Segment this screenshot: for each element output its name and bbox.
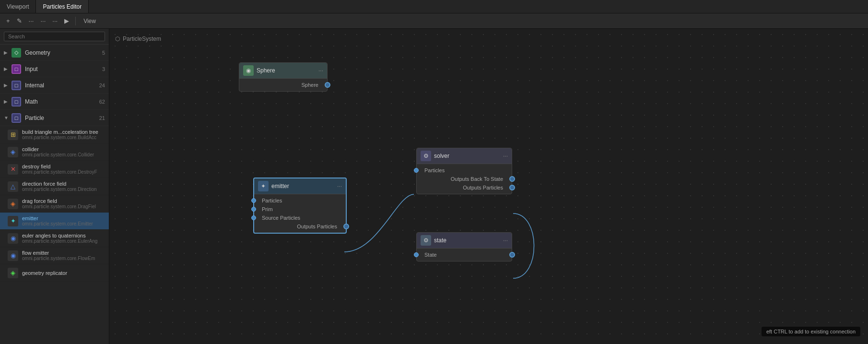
name-euler-angles: euler angles to quaternions bbox=[22, 233, 97, 238]
edit-button[interactable]: ✎ bbox=[14, 16, 24, 25]
tab-viewport[interactable]: Viewport bbox=[0, 0, 36, 13]
tab-particles-editor[interactable]: Particles Editor bbox=[36, 0, 89, 13]
emitter-title: emitter bbox=[271, 183, 337, 190]
icon-internal: □ bbox=[12, 81, 21, 90]
state-output-dot[interactable] bbox=[509, 252, 515, 258]
chevron-particle: ▼ bbox=[4, 115, 9, 120]
emitter-icon: ✦ bbox=[258, 181, 269, 191]
emitter-output-dot[interactable] bbox=[343, 224, 349, 229]
node-sphere[interactable]: ◉ Sphere ··· Sphere bbox=[239, 62, 328, 92]
chevron-geometry: ▶ bbox=[4, 50, 9, 55]
sphere-output-dot[interactable] bbox=[325, 82, 330, 88]
emitter-options[interactable]: ··· bbox=[337, 183, 342, 190]
more1-button[interactable]: ··· bbox=[26, 16, 36, 25]
ns-euler-angles: omni.particle.system.core.EulerAng bbox=[22, 238, 97, 244]
icon-build-triangle: ⊞ bbox=[8, 130, 18, 140]
count-math: 62 bbox=[99, 99, 105, 105]
item-collider[interactable]: ◈ collider omni.particle.system.core.Col… bbox=[0, 143, 109, 161]
name-collider: collider bbox=[22, 146, 94, 152]
icon-direction-force: △ bbox=[8, 181, 18, 192]
node-state[interactable]: ⚙ state ··· State bbox=[416, 232, 512, 261]
count-input: 3 bbox=[102, 66, 105, 72]
node-state-header: ⚙ state ··· bbox=[417, 233, 512, 249]
sphere-body: Sphere bbox=[239, 79, 327, 91]
category-internal[interactable]: ▶ □ Internal 24 bbox=[0, 77, 109, 94]
emitter-particles-port: Particles bbox=[254, 196, 346, 205]
ns-flow-emitter: omni.particle.system.core.FlowEm bbox=[22, 256, 95, 261]
name-drag-force: drag force field bbox=[22, 198, 96, 204]
solver-particles-port: Particles bbox=[417, 166, 512, 175]
toolbar-divider bbox=[75, 17, 76, 25]
add-button[interactable]: + bbox=[4, 16, 12, 25]
ns-emitter: omni.particle.system.core.Emitter bbox=[22, 221, 93, 226]
item-flow-emitter[interactable]: ◉ flow emitter omni.particle.system.core… bbox=[0, 247, 109, 264]
item-euler-angles[interactable]: ◉ euler angles to quaternions omni.parti… bbox=[0, 230, 109, 247]
item-build-triangle[interactable]: ⊞ build triangle m...cceleration tree om… bbox=[0, 126, 109, 143]
icon-geometry-replicator: ◈ bbox=[8, 268, 18, 278]
sphere-options[interactable]: ··· bbox=[318, 67, 323, 74]
toolbar: + ✎ ··· ··· ··· ▶ View bbox=[0, 13, 868, 29]
name-flow-emitter: flow emitter bbox=[22, 250, 95, 256]
icon-particle: □ bbox=[12, 113, 21, 123]
node-canvas[interactable]: ⬡ ParticleSystem ◉ Sphere ··· Sphere bbox=[109, 29, 868, 344]
node-emitter-header: ✦ emitter ··· bbox=[254, 178, 346, 194]
label-particle: Particle bbox=[25, 115, 97, 121]
icon-emitter: ✦ bbox=[8, 216, 18, 226]
name-direction-force: direction force field bbox=[22, 181, 97, 187]
item-geometry-replicator[interactable]: ◈ geometry replicator bbox=[0, 264, 109, 282]
solver-output-particles-port: Outputs Particles bbox=[417, 183, 512, 192]
solver-back-state-port: Outputs Back To State bbox=[417, 175, 512, 183]
solver-body: Particles Outputs Back To State Outputs … bbox=[417, 164, 512, 194]
search-input[interactable] bbox=[4, 32, 105, 41]
state-icon: ⚙ bbox=[421, 235, 431, 246]
category-math[interactable]: ▶ □ Math 62 bbox=[0, 94, 109, 110]
status-hint: eft CTRL to add to existing connection bbox=[762, 327, 860, 336]
state-input-dot[interactable] bbox=[414, 252, 419, 257]
solver-icon: ⚙ bbox=[421, 151, 431, 161]
more3-button[interactable]: ··· bbox=[50, 16, 60, 25]
ns-destroy-field: omni.particle.system.core.DestroyF bbox=[22, 169, 97, 175]
view-button[interactable]: View bbox=[80, 17, 100, 25]
particle-system-label: ⬡ ParticleSystem bbox=[115, 36, 161, 42]
node-emitter[interactable]: ✦ emitter ··· Particles Prim Source Part… bbox=[253, 178, 347, 234]
sphere-title: Sphere bbox=[257, 67, 318, 74]
icon-geometry: ◇ bbox=[12, 48, 21, 58]
sidebar-list: ▶ ◇ Geometry 5 ▶ □ Input 3 ▶ □ Internal … bbox=[0, 45, 109, 344]
more2-button[interactable]: ··· bbox=[38, 16, 48, 25]
sphere-icon: ◉ bbox=[243, 65, 254, 76]
item-emitter[interactable]: ✦ emitter omni.particle.system.core.Emit… bbox=[0, 213, 109, 230]
icon-input: □ bbox=[12, 64, 21, 74]
solver-back-state-dot[interactable] bbox=[509, 176, 515, 182]
count-particle: 21 bbox=[99, 115, 105, 121]
category-particle[interactable]: ▼ □ Particle 21 bbox=[0, 110, 109, 126]
emitter-particles-dot[interactable] bbox=[251, 198, 256, 203]
sidebar-search-container bbox=[0, 29, 109, 45]
emitter-source-dot[interactable] bbox=[251, 215, 256, 220]
icon-collider: ◈ bbox=[8, 147, 18, 157]
solver-output-particles-dot[interactable] bbox=[509, 185, 515, 190]
category-geometry[interactable]: ▶ ◇ Geometry 5 bbox=[0, 45, 109, 61]
item-destroy-field[interactable]: ✕ destroy field omni.particle.system.cor… bbox=[0, 161, 109, 178]
top-bar: Viewport Particles Editor bbox=[0, 0, 868, 13]
solver-options[interactable]: ··· bbox=[503, 153, 508, 159]
item-direction-force[interactable]: △ direction force field omni.particle.sy… bbox=[0, 178, 109, 195]
play-button[interactable]: ▶ bbox=[62, 16, 71, 25]
item-drag-force[interactable]: ◈ drag force field omni.particle.system.… bbox=[0, 195, 109, 213]
emitter-prim-dot[interactable] bbox=[251, 207, 256, 212]
solver-title: solver bbox=[434, 153, 503, 159]
ns-collider: omni.particle.system.core.Collider bbox=[22, 152, 94, 157]
label-geometry: Geometry bbox=[25, 49, 100, 56]
state-options[interactable]: ··· bbox=[503, 237, 508, 244]
name-build-triangle: build triangle m...cceleration tree bbox=[22, 129, 98, 135]
category-input[interactable]: ▶ □ Input 3 bbox=[0, 61, 109, 77]
sidebar: ▶ ◇ Geometry 5 ▶ □ Input 3 ▶ □ Internal … bbox=[0, 29, 109, 344]
ns-direction-force: omni.particle.system.core.Direction bbox=[22, 187, 97, 192]
ns-build-triangle: omni.particle.system.core.BuildAcc bbox=[22, 135, 98, 140]
count-internal: 24 bbox=[99, 83, 105, 88]
solver-particles-dot[interactable] bbox=[414, 168, 419, 173]
emitter-output-port: Outputs Particles bbox=[254, 222, 346, 231]
count-geometry: 5 bbox=[102, 50, 105, 56]
node-solver[interactable]: ⚙ solver ··· Particles Outputs Back To S… bbox=[416, 148, 512, 194]
node-sphere-header: ◉ Sphere ··· bbox=[239, 63, 327, 79]
name-emitter: emitter bbox=[22, 215, 93, 221]
